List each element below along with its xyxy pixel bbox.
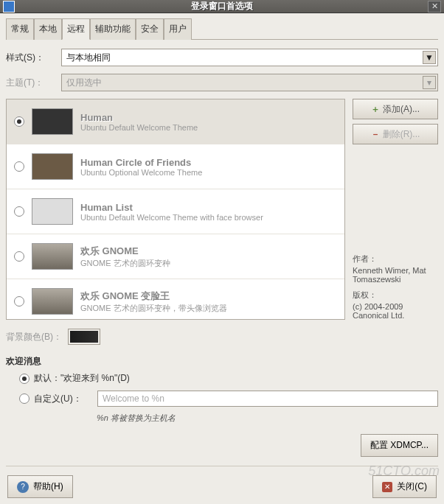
theme-name: 欢乐 GNOME	[80, 245, 170, 258]
theme-thumbnail	[32, 153, 73, 180]
theme-item[interactable]: Human Circle of Friends Ubuntu Optional …	[7, 144, 344, 189]
help-button[interactable]: ? 帮助(H)	[7, 475, 73, 498]
theme-thumbnail	[32, 288, 73, 315]
theme-radio[interactable]	[14, 116, 24, 127]
theme-desc: GNOME 艺术的圆环变种，带头像浏览器	[80, 303, 227, 314]
welcome-default-label: 默认："欢迎来到 %n"(D)	[34, 372, 130, 385]
tab-general[interactable]: 常规	[6, 18, 34, 40]
add-theme-button[interactable]: ＋ 添加(A)...	[353, 99, 438, 119]
copyright-label: 版权：	[353, 290, 438, 301]
theme-desc: Ubuntu Optional Welcome Theme	[80, 168, 202, 177]
welcome-custom-radio[interactable]	[19, 393, 30, 404]
close-button[interactable]: ✕ 关闭(C)	[372, 475, 437, 498]
tab-remote[interactable]: 远程	[62, 18, 90, 40]
style-value: 与本地相同	[66, 52, 111, 64]
theme-label: 主题(T)：	[6, 77, 61, 89]
bgcolor-label: 背景颜色(B)：	[6, 331, 62, 343]
add-theme-label: 添加(A)...	[383, 103, 420, 116]
theme-name: Human List	[80, 202, 263, 213]
author-value: Kenneth Wimer, Mat Tomaszewski	[353, 266, 438, 284]
welcome-custom-label: 自定义(U)：	[34, 393, 93, 405]
theme-name: 欢乐 GNOME 变脸王	[80, 290, 227, 303]
app-icon	[3, 1, 15, 13]
theme-name: Human	[80, 112, 198, 123]
titlebar: 登录窗口首选项 ✕	[0, 0, 444, 13]
tab-users[interactable]: 用户	[164, 18, 192, 40]
help-label: 帮助(H)	[33, 480, 63, 493]
minus-icon: －	[371, 130, 380, 139]
welcome-hint: %n 将被替换为主机名	[97, 413, 438, 424]
theme-radio[interactable]	[14, 161, 24, 172]
separator	[6, 466, 438, 466]
dropdown-arrow-icon: ▼	[423, 51, 436, 64]
theme-desc: GNOME 艺术的圆环变种	[80, 258, 170, 269]
welcome-custom-input[interactable]: Welcome to %n	[97, 391, 438, 407]
theme-value: 仅用选中	[66, 77, 102, 89]
welcome-default-radio[interactable]	[19, 374, 30, 384]
window-title: 登录窗口首选项	[191, 0, 253, 13]
theme-name: Human Circle of Friends	[80, 157, 202, 168]
author-label: 作者：	[353, 253, 438, 265]
bgcolor-button[interactable]	[68, 329, 100, 345]
close-label: 关闭(C)	[397, 480, 427, 493]
theme-item[interactable]: 欢乐 GNOME 变脸王 GNOME 艺术的圆环变种，带头像浏览器	[7, 279, 344, 319]
theme-radio[interactable]	[14, 296, 24, 307]
theme-list-scroll[interactable]: Human Ubuntu Default Welcome Theme Human…	[7, 99, 344, 319]
plus-icon: ＋	[371, 105, 380, 113]
theme-radio[interactable]	[14, 206, 24, 217]
welcome-custom-placeholder: Welcome to %n	[103, 393, 164, 404]
close-icon: ✕	[382, 482, 392, 492]
style-label: 样式(S)：	[6, 52, 61, 64]
theme-item[interactable]: Human List Ubuntu Default Welcome Theme …	[7, 189, 344, 234]
tab-local[interactable]: 本地	[34, 18, 62, 40]
theme-thumbnail	[32, 108, 73, 135]
tabs-bar: 常规 本地 远程 辅助功能 安全 用户	[6, 18, 438, 40]
copyright-value: (c) 2004-2009 Canonical Ltd.	[353, 302, 438, 320]
theme-radio[interactable]	[14, 251, 24, 262]
theme-desc: Ubuntu Default Welcome Theme	[80, 123, 198, 132]
close-window-button[interactable]: ✕	[428, 1, 441, 13]
style-select[interactable]: 与本地相同 ▼	[61, 49, 438, 66]
dropdown-arrow-icon: ▾	[423, 76, 436, 89]
help-icon: ?	[17, 481, 29, 493]
welcome-section-title: 欢迎消息	[6, 355, 438, 368]
theme-list: Human Ubuntu Default Welcome Theme Human…	[6, 99, 345, 320]
config-xdmcp-button[interactable]: 配置 XDMCP...	[361, 434, 438, 457]
tab-security[interactable]: 安全	[136, 18, 164, 40]
theme-item[interactable]: 欢乐 GNOME GNOME 艺术的圆环变种	[7, 234, 344, 279]
remove-theme-label: 删除(R)...	[383, 128, 420, 141]
theme-thumbnail	[32, 198, 73, 225]
theme-thumbnail	[32, 243, 73, 270]
theme-select[interactable]: 仅用选中 ▾	[61, 74, 438, 91]
tab-accessibility[interactable]: 辅助功能	[90, 18, 136, 40]
theme-desc: Ubuntu Default Welcome Theme with face b…	[80, 213, 263, 222]
theme-item[interactable]: Human Ubuntu Default Welcome Theme	[7, 99, 344, 144]
remove-theme-button[interactable]: － 删除(R)...	[353, 124, 438, 144]
